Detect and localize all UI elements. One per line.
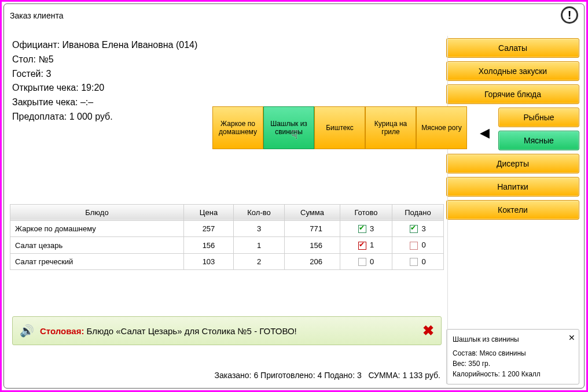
category-button[interactable]: Горячие блюда [446, 84, 579, 104]
category-button[interactable]: Холодные закуски [446, 61, 579, 81]
category-button[interactable]: Дисерты [446, 154, 579, 173]
checkbox-icon[interactable] [410, 242, 418, 250]
category-button[interactable]: Коктели [446, 200, 579, 220]
checkbox-icon[interactable] [358, 242, 366, 250]
dish-button[interactable]: Шашлык из свинины [263, 106, 314, 149]
alert-icon[interactable]: ! [561, 6, 578, 24]
notification-bar: 🔊 Столовая: Блюдо «Салат Цезарь» для Сто… [12, 316, 442, 345]
checkbox-icon[interactable] [358, 225, 366, 233]
table-row[interactable]: Салат цезарь156115610 [10, 237, 444, 254]
window-title: Заказ клиента [10, 11, 63, 20]
checkbox-icon[interactable] [410, 258, 418, 266]
close-icon[interactable]: ✖ [422, 323, 434, 339]
arrow-left-icon: ◀ [480, 125, 490, 140]
category-button[interactable]: Напитки [446, 177, 579, 197]
table-row[interactable]: Жаркое по домашнему257377133 [10, 220, 444, 237]
details-title: Шашлык из свинины [453, 334, 573, 345]
category-button[interactable]: Салаты [446, 38, 579, 58]
dish-button[interactable]: Жаркое по домашнему [212, 106, 263, 149]
category-button[interactable]: Мясные [498, 131, 579, 150]
table-row[interactable]: Салат греческий103220600 [10, 253, 444, 270]
dish-details-card: ✕ Шашлык из свинины Состав: Мясо свинины… [446, 329, 579, 384]
dish-button[interactable]: Курица на гриле [365, 106, 416, 149]
category-button[interactable]: Рыбные [498, 108, 579, 127]
dish-button[interactable]: Биштекс [314, 106, 365, 149]
speaker-icon: 🔊 [20, 324, 34, 338]
notice-text: Блюдо «Салат Цезарь» для Столика №5 - ГО… [87, 326, 297, 336]
table-header-row: Блюдо Цена Кол-во Сумма Готово Подано [10, 204, 444, 220]
dish-strip: Жаркое по домашнемуШашлык из свининыБишт… [212, 106, 467, 149]
dish-button[interactable]: Мясное рогу [416, 106, 467, 149]
notice-source: Столовая: [40, 326, 84, 336]
close-icon[interactable]: ✕ [568, 332, 575, 344]
order-table: Блюдо Цена Кол-во Сумма Готово Подано Жа… [10, 204, 444, 271]
totals-footer: Заказано: 6 Приготовлено: 4 Подано: 3 СУ… [10, 365, 444, 382]
checkbox-icon[interactable] [410, 225, 418, 233]
checkbox-icon[interactable] [358, 258, 366, 266]
